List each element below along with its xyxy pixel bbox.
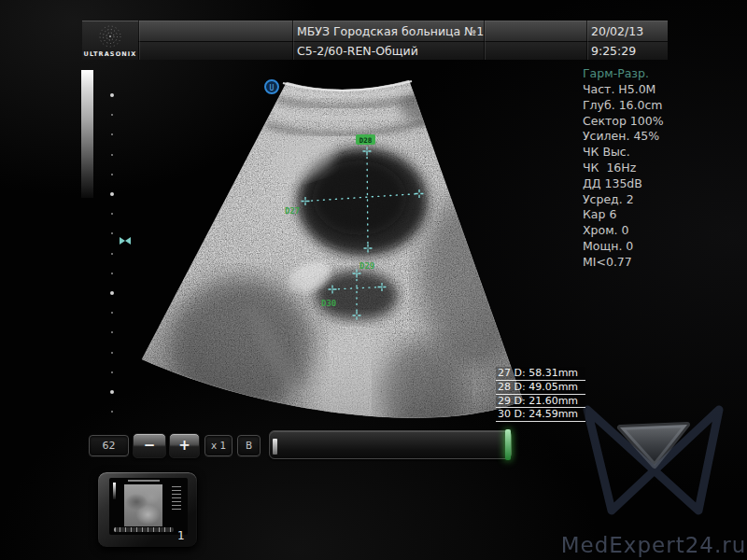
depth-tick-minor xyxy=(111,253,113,255)
imaging-mode-label: Гарм-Разр. xyxy=(583,66,649,80)
parameter-line: ЧК Выс. xyxy=(583,145,664,161)
measurement-row: 28 D: 49.05mm xyxy=(496,381,585,395)
measurement-row: 27 D: 58.31mm xyxy=(496,367,585,381)
thumb-mini-scrubbar xyxy=(114,527,174,532)
depth-tick-minor xyxy=(111,154,113,156)
svg-text:D29: D29 xyxy=(359,261,374,271)
brand-label: ULTRASONIX xyxy=(82,50,138,58)
parameter-line: Мощн. 0 xyxy=(583,239,664,255)
parameter-line: Сектор 100% xyxy=(583,114,664,130)
depth-tick-major xyxy=(110,93,114,97)
zoom-factor-button[interactable]: x 1 xyxy=(204,435,233,456)
depth-tick-major xyxy=(110,390,114,394)
bowtie-focus-icon[interactable] xyxy=(120,237,131,245)
exam-date: 20/02/13 xyxy=(591,23,643,40)
thumbnail-index: 1 xyxy=(177,529,185,542)
thumb-mini-image xyxy=(124,484,162,526)
depth-tick-minor xyxy=(111,352,113,354)
parameter-line: Част. H5.0M xyxy=(583,82,664,98)
gain-value-button[interactable]: 62 xyxy=(89,435,129,456)
watermark: MedExpert24.ru xyxy=(561,410,747,557)
svg-text:D28: D28 xyxy=(359,136,373,145)
measurement-row: 30 D: 24.59mm xyxy=(496,408,585,422)
measurement-readout: 27 D: 58.31mm28 D: 49.05mm29 D: 21.60mm3… xyxy=(496,367,585,422)
header-divider xyxy=(292,21,293,60)
probe-preset: C5-2/60-REN-Общий xyxy=(297,43,418,60)
cine-playhead[interactable] xyxy=(505,429,511,460)
header-divider xyxy=(484,21,485,60)
measurement-row: 29 D: 21.60mm xyxy=(496,395,585,409)
parameter-line: Усред. 2 xyxy=(583,192,664,208)
circle-u-marker-icon: U xyxy=(265,80,278,93)
parameter-line: Кар 6 xyxy=(583,207,664,223)
thumb-mini-params xyxy=(172,486,181,511)
depth-tick-major xyxy=(110,192,114,196)
parameter-panel: Част. H5.0MГлуб. 16.0cmСектор 100%Усилен… xyxy=(583,82,664,271)
depth-tick-minor xyxy=(111,174,113,175)
parameter-line: ДД 135dB xyxy=(583,176,664,192)
depth-tick-minor xyxy=(111,273,113,274)
thumb-mini-header xyxy=(128,480,160,482)
scrubbar-start-cap xyxy=(273,439,277,455)
starburst-icon xyxy=(82,22,138,50)
parameter-line: MI<0.77 xyxy=(583,255,664,271)
svg-text:U: U xyxy=(270,84,275,92)
parameter-line: Хром. 0 xyxy=(583,223,664,239)
cine-scrubbar[interactable] xyxy=(269,430,512,459)
hospital-name: МБУЗ Городская больница №1 xyxy=(297,23,484,40)
mode-b-button[interactable]: B xyxy=(237,435,261,456)
thumb-mini-graybar xyxy=(113,483,116,499)
decrease-button[interactable]: − xyxy=(133,433,166,458)
svg-text:D30: D30 xyxy=(321,299,336,308)
watermark-text: MedExpert24.ru xyxy=(561,533,747,557)
depth-tick-minor xyxy=(111,371,113,373)
increase-button[interactable]: + xyxy=(169,433,200,458)
ultrasound-fan-image[interactable] xyxy=(131,51,542,446)
depth-tick-major xyxy=(110,291,114,295)
brand-cell: ULTRASONIX xyxy=(82,21,138,60)
parameter-line: ЧК 16Hz xyxy=(583,161,664,176)
svg-text:D27: D27 xyxy=(285,206,300,216)
parameter-line: Глуб. 16.0cm xyxy=(583,98,664,114)
ultrasound-console-screen: U D27 D28 D29 xyxy=(0,0,747,560)
parameter-line: Усилен. 45% xyxy=(583,129,664,145)
exam-time: 9:25:29 xyxy=(591,43,636,60)
grayscale-reference-bar xyxy=(81,70,93,198)
header-divider xyxy=(586,21,587,60)
header-divider xyxy=(138,21,139,60)
